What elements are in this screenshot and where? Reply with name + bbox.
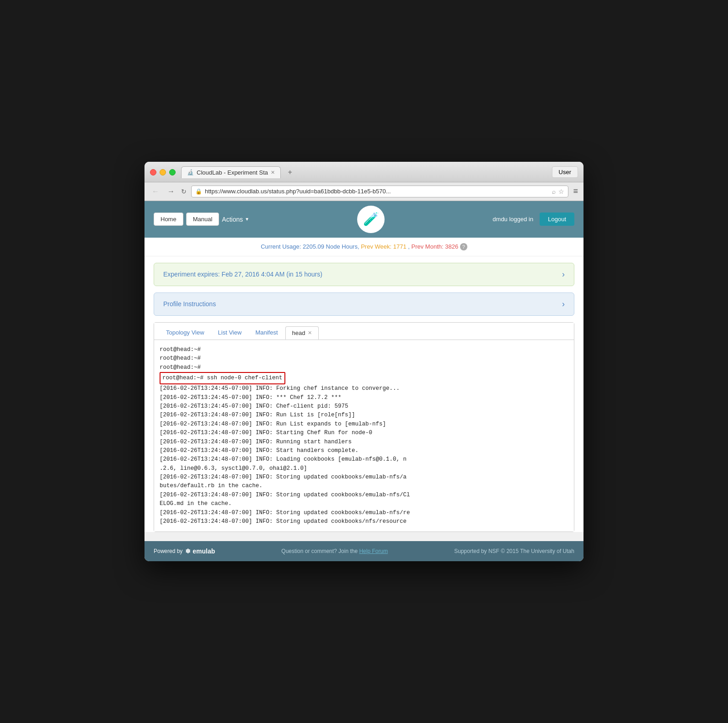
help-forum-link[interactable]: Help Forum [359, 548, 388, 554]
terminal-line-13: [2016-02-26T13:24:48-07:00] INFO: Loadin… [160, 455, 568, 464]
reload-button[interactable]: ↻ [181, 188, 187, 195]
browser-tab-bar: 🔬 CloudLab - Experiment Sta ✕ + [181, 166, 552, 178]
close-window-button[interactable] [150, 169, 156, 175]
browser-tab-title: CloudLab - Experiment Sta [197, 169, 268, 176]
terminal-line-17: [2016-02-26T13:24:48-07:00] INFO: Storin… [160, 491, 568, 500]
tabs-panel: Topology View List View Manifest head ✕ … [154, 322, 574, 532]
title-bar: 🔬 CloudLab - Experiment Sta ✕ + User [145, 162, 583, 182]
actions-dropdown-icon: ▼ [245, 217, 249, 222]
logout-button[interactable]: Logout [540, 213, 574, 226]
terminal-output[interactable]: root@head:~# root@head:~# root@head:~# r… [154, 340, 574, 532]
menu-icon[interactable]: ≡ [573, 186, 578, 196]
maximize-window-button[interactable] [169, 169, 176, 175]
app-footer: Powered by ❄ emulab Question or comment?… [145, 541, 583, 561]
help-text-prefix: Question or comment? Join the [281, 548, 359, 554]
footer-powered: Powered by ❄ emulab [154, 548, 215, 555]
profile-instructions-banner[interactable]: Profile Instructions › [154, 292, 574, 316]
forward-button[interactable]: → [166, 186, 177, 197]
traffic-lights [150, 169, 176, 175]
tab-head-close[interactable]: ✕ [308, 330, 312, 336]
terminal-line-16: butes/default.rb in the cache. [160, 482, 568, 490]
terminal-line-5: [2016-02-26T13:24:45-07:00] INFO: Forkin… [160, 384, 568, 393]
terminal-line-11: [2016-02-26T13:24:48-07:00] INFO: Runnin… [160, 438, 568, 447]
secure-icon: 🔒 [195, 188, 202, 195]
terminal-line-18: ELOG.md in the cache. [160, 500, 568, 508]
terminal-line-9: [2016-02-26T13:24:48-07:00] INFO: Run Li… [160, 420, 568, 429]
ssh-command: root@head:~# ssh node-0 chef-client [160, 372, 285, 384]
footer-right-text: Supported by NSF © 2015 The University o… [454, 548, 574, 554]
terminal-line-3: root@head:~# [160, 363, 568, 372]
footer-help: Question or comment? Join the Help Forum [281, 548, 388, 554]
powered-by-text: Powered by [154, 548, 182, 554]
experiment-expires-text: Experiment expires: Feb 27, 2016 4:04 AM… [163, 271, 322, 278]
new-tab-button[interactable]: + [284, 167, 296, 178]
info-icon[interactable]: ? [460, 243, 467, 250]
manual-button[interactable]: Manual [186, 213, 219, 226]
profile-banner-arrow: › [562, 299, 565, 309]
actions-label: Actions [222, 216, 243, 223]
usage-bar: Current Usage: 2205.09 Node Hours, Prev … [145, 238, 583, 256]
tab-manifest[interactable]: Manifest [249, 326, 284, 340]
content-area: Current Usage: 2205.09 Node Hours, Prev … [145, 238, 583, 532]
bookmark-icon[interactable]: ☆ [558, 188, 564, 195]
profile-instructions-text: Profile Instructions [163, 300, 216, 308]
user-info-text: dmdu logged in [492, 216, 533, 223]
prev-month-value: 3826 [445, 243, 458, 250]
tab-head[interactable]: head ✕ [285, 326, 319, 340]
terminal-line-6: [2016-02-26T13:24:45-07:00] INFO: *** Ch… [160, 393, 568, 402]
address-bar: ← → ↻ 🔒 https://www.cloudlab.us/status.p… [145, 182, 583, 201]
terminal-line-7: [2016-02-26T13:24:45-07:00] INFO: Chef-c… [160, 402, 568, 411]
minimize-window-button[interactable] [160, 169, 166, 175]
terminal-line-1: root@head:~# [160, 346, 568, 354]
home-button[interactable]: Home [154, 213, 183, 226]
experiment-expires-banner[interactable]: Experiment expires: Feb 27, 2016 4:04 AM… [154, 263, 574, 286]
browser-window: 🔬 CloudLab - Experiment Sta ✕ + User ← →… [145, 162, 583, 562]
terminal-line-14: .2.6, line@0.6.3, sysctl@0.7.0, ohai@2.1… [160, 464, 568, 473]
terminal-highlighted-cmd: root@head:~# ssh node-0 chef-client [160, 372, 568, 384]
logo-area: 🧪 [249, 206, 492, 233]
terminal-line-8: [2016-02-26T13:24:48-07:00] INFO: Run Li… [160, 411, 568, 420]
user-button[interactable]: User [552, 166, 578, 178]
comma-sep: , [408, 243, 411, 250]
url-bar[interactable]: 🔒 https://www.cloudlab.us/status.php?uui… [191, 186, 568, 197]
prev-week-value: 1771 [393, 243, 407, 250]
terminal-line-19: [2016-02-26T13:24:48-07:00] INFO: Storin… [160, 509, 568, 517]
cloudlab-logo: 🧪 [357, 206, 385, 233]
prev-month-label: Prev Month: [412, 243, 445, 250]
prev-week-label: Prev Week: [361, 243, 393, 250]
usage-text: Current Usage: 2205.09 Node Hours, [261, 243, 359, 250]
tab-topology-view[interactable]: Topology View [160, 326, 211, 340]
app-header: Home Manual Actions ▼ 🧪 dmdu logged in L… [145, 201, 583, 238]
terminal-line-10: [2016-02-26T13:24:48-07:00] INFO: Starti… [160, 429, 568, 437]
back-button[interactable]: ← [150, 186, 161, 197]
actions-button[interactable]: Actions ▼ [222, 216, 249, 223]
tab-favicon: 🔬 [187, 169, 194, 175]
terminal-line-20: [2016-02-26T13:24:48-07:00] INFO: Storin… [160, 517, 568, 526]
emulab-logo: ❄ emulab [185, 548, 215, 555]
url-text: https://www.cloudlab.us/status.php?uuid=… [205, 188, 549, 195]
tabs-header: Topology View List View Manifest head ✕ [154, 323, 574, 340]
terminal-line-12: [2016-02-26T13:24:48-07:00] INFO: Start … [160, 447, 568, 455]
terminal-line-15: [2016-02-26T13:24:48-07:00] INFO: Storin… [160, 473, 568, 482]
terminal-line-2: root@head:~# [160, 354, 568, 363]
search-icon[interactable]: ⌕ [552, 188, 556, 195]
browser-tab[interactable]: 🔬 CloudLab - Experiment Sta ✕ [181, 166, 281, 178]
tab-list-view[interactable]: List View [212, 326, 248, 340]
experiment-banner-arrow: › [562, 270, 565, 279]
tab-close-button[interactable]: ✕ [271, 170, 275, 175]
